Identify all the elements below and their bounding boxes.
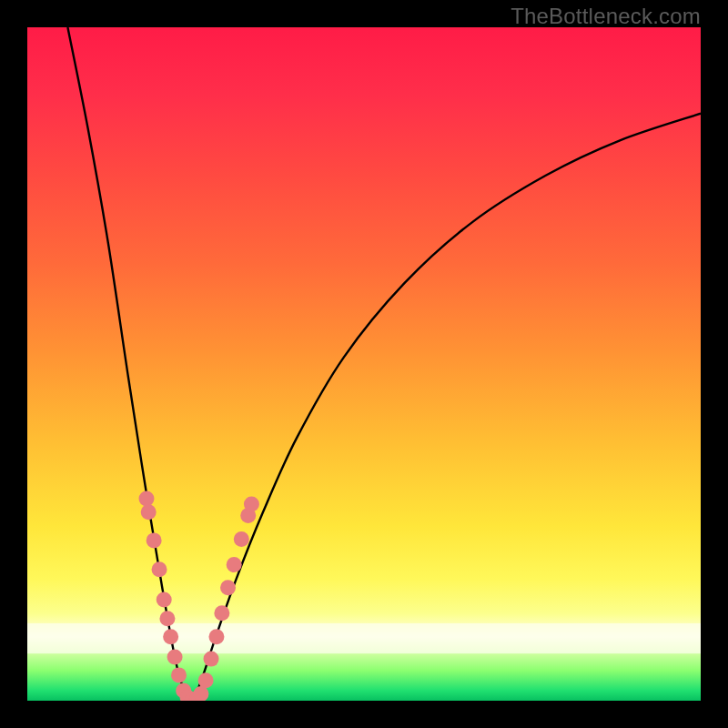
data-dot	[227, 557, 242, 572]
data-dot	[152, 561, 167, 577]
data-dot	[204, 652, 219, 667]
data-dot	[138, 491, 154, 507]
chart-svg	[27, 27, 701, 701]
chart-frame	[27, 27, 701, 701]
data-dot	[214, 605, 229, 621]
data-dot	[171, 667, 187, 682]
data-dot	[141, 504, 157, 520]
watermark-text: TheBottleneck.com	[511, 4, 701, 29]
data-dot	[234, 531, 249, 547]
data-dot	[157, 592, 172, 608]
data-dot	[167, 649, 183, 664]
data-dot	[220, 580, 236, 595]
gradient-background	[27, 27, 701, 701]
data-dot	[208, 629, 224, 644]
data-dot	[159, 611, 175, 626]
data-dot	[147, 532, 162, 548]
data-dot	[244, 496, 259, 511]
data-dot	[198, 672, 214, 688]
highlight-band	[27, 623, 701, 653]
data-dot	[163, 629, 178, 644]
